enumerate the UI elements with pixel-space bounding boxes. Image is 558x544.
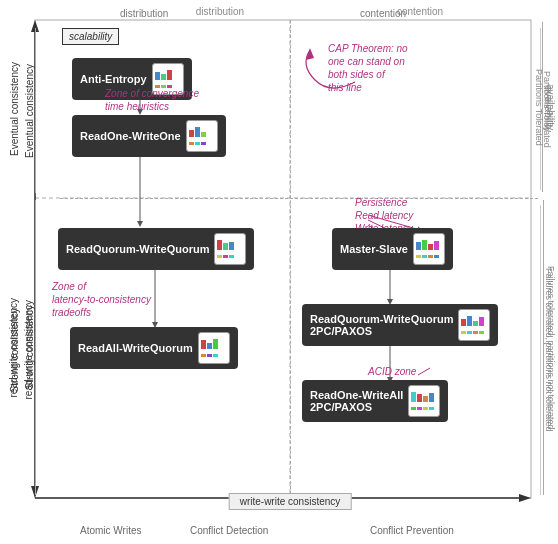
read-one-write-one-node: ReadOne-WriteOne — [72, 115, 226, 157]
eventual-consistency-section: Eventual consistency — [6, 28, 22, 190]
master-slave-node: Master-Slave — [332, 228, 453, 270]
rqwq-left-label: ReadQuorum-WriteQuorum — [66, 243, 209, 255]
eventual-section-border: Eventual consistency — [22, 28, 36, 193]
rqwq-left-node: ReadQuorum-WriteQuorum — [58, 228, 254, 270]
scalability-box: scalability — [62, 28, 119, 45]
partitions-label-side: Partitions Tolerated — [534, 69, 544, 146]
rowa-label: ReadOne-WriteAll2PC/PAXOS — [310, 389, 403, 413]
rw-section-border: read-write consistency — [8, 200, 19, 495]
rqwq-right-node: ReadQuorum-WriteQuorum2PC/PAXOS — [302, 304, 498, 346]
row-chart — [186, 120, 218, 152]
strong-section-border: Strong consistency — [22, 200, 36, 495]
zone-convergence-annot: Zone of convergencetime heuristics — [105, 87, 199, 113]
grid-v-middle — [290, 20, 291, 504]
rqwq-right-label: ReadQuorum-WriteQuorum2PC/PAXOS — [310, 313, 453, 337]
eventual-label: Eventual consistency — [9, 62, 20, 156]
svg-line-17 — [418, 368, 430, 375]
master-slave-label: Master-Slave — [340, 243, 408, 255]
rowa-node: ReadOne-WriteAll2PC/PAXOS — [302, 380, 448, 422]
partitions-border: Partitions Tolerated — [534, 22, 544, 192]
contention-axis-label: contention — [360, 8, 406, 19]
eventual-label-side: Eventual consistency — [22, 64, 35, 158]
rawq-node: ReadAll-WriteQuorum — [70, 327, 238, 369]
zone-latency-annot: Zone oflatency-to-consistencytradeoffs — [52, 280, 151, 319]
cap-theorem-annot: CAP Theorem: noone can stand onboth side… — [328, 42, 408, 94]
svg-marker-7 — [519, 494, 531, 502]
distribution-axis-label: distribution — [120, 8, 168, 19]
rawq-label: ReadAll-WriteQuorum — [78, 342, 193, 354]
rqwq-right-chart — [458, 309, 490, 341]
rw-label-side: read-write consistency — [8, 298, 19, 397]
failures-label-side: Failures tolerated, partitions not toler… — [544, 266, 556, 430]
anti-entropy-label: Anti-Entropy — [80, 73, 147, 85]
conflict-prevention-label: Conflict Prevention — [370, 525, 454, 536]
availability-label-side: availability — [543, 84, 556, 130]
master-slave-chart — [413, 233, 445, 265]
rowa-chart — [408, 385, 440, 417]
strong-label-side: Strong consistency — [22, 305, 35, 390]
distribution-label: distribution — [160, 6, 280, 17]
failures-border: Failures tolerated, partitions not toler… — [543, 200, 556, 495]
conflict-detection-label: Conflict Detection — [190, 525, 268, 536]
write-write-box: write-write consistency — [229, 493, 352, 510]
svg-marker-13 — [306, 48, 314, 60]
acid-zone-annot: ACID zone — [368, 365, 416, 378]
rawq-chart — [198, 332, 230, 364]
read-one-write-one-label: ReadOne-WriteOne — [80, 130, 181, 142]
rqwq-left-chart — [214, 233, 246, 265]
availability-border: availability — [542, 22, 556, 192]
atomic-writes-label: Atomic Writes — [80, 525, 142, 536]
diagram: distribution contention Eventual consist… — [0, 0, 558, 544]
grid-h-middle — [60, 198, 538, 199]
